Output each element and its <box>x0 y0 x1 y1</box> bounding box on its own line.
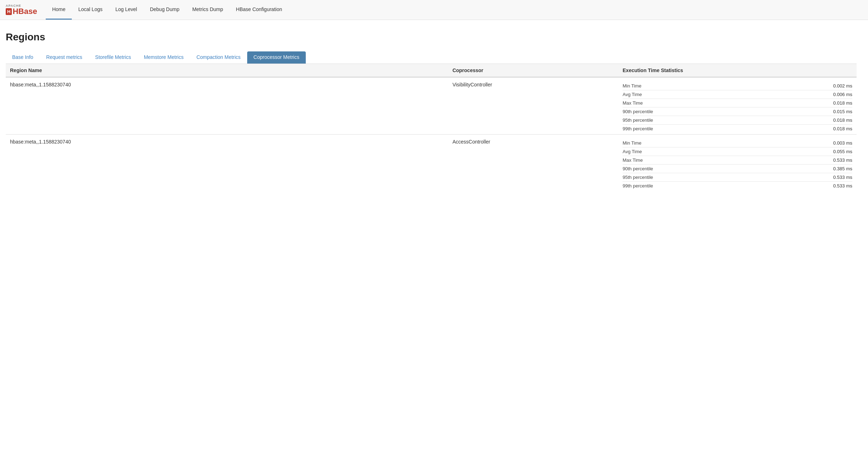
logo-hbase-text: HBase <box>13 7 37 15</box>
stat-row: 95th percentile0.018 ms <box>623 116 852 125</box>
stat-label: Max Time <box>623 100 827 106</box>
stat-value: 0.385 ms <box>827 166 852 171</box>
stats-cell: Min Time0.003 msAvg Time0.055 msMax Time… <box>618 135 857 192</box>
page-content: Regions Base InfoRequest metricsStorefil… <box>0 20 868 203</box>
tab-request-metrics[interactable]: Request metrics <box>40 51 89 64</box>
stats-cell: Min Time0.002 msAvg Time0.006 msMax Time… <box>618 77 857 135</box>
col-header-execution-time: Execution Time Statistics <box>618 64 857 77</box>
stat-label: Avg Time <box>623 92 827 97</box>
stat-value: 0.018 ms <box>827 100 852 106</box>
navbar: APACHE H HBase HomeLocal LogsLog LevelDe… <box>0 0 868 20</box>
tab-memstore-metrics[interactable]: Memstore Metrics <box>138 51 190 64</box>
stat-label: 95th percentile <box>623 175 827 180</box>
stat-row: Max Time0.533 ms <box>623 156 852 165</box>
table-row: hbase:meta,,1.1588230740VisibilityContro… <box>6 77 857 135</box>
stat-label: 99th percentile <box>623 126 827 131</box>
stat-label: Min Time <box>623 140 827 146</box>
stat-row: Max Time0.018 ms <box>623 99 852 107</box>
regions-table: Region Name Coprocessor Execution Time S… <box>6 64 857 191</box>
stat-row: Min Time0.002 ms <box>623 82 852 90</box>
stat-row: Avg Time0.006 ms <box>623 90 852 99</box>
col-header-coprocessor: Coprocessor <box>448 64 618 77</box>
stat-label: 99th percentile <box>623 183 827 189</box>
stat-label: 90th percentile <box>623 166 827 171</box>
stat-row: Min Time0.003 ms <box>623 139 852 147</box>
stat-value: 0.018 ms <box>827 126 852 131</box>
stat-value: 0.533 ms <box>827 183 852 189</box>
stat-label: 90th percentile <box>623 109 827 114</box>
stat-value: 0.533 ms <box>827 175 852 180</box>
stat-row: Avg Time0.055 ms <box>623 147 852 156</box>
coprocessor-cell: VisibilityController <box>448 77 618 135</box>
tab-storefile-metrics[interactable]: Storefile Metrics <box>89 51 137 64</box>
tab-compaction-metrics[interactable]: Compaction Metrics <box>190 51 247 64</box>
stat-value: 0.002 ms <box>827 83 852 89</box>
stat-row: 90th percentile0.385 ms <box>623 165 852 173</box>
logo-icon: H <box>6 8 12 15</box>
stat-label: Max Time <box>623 157 827 163</box>
nav-links: HomeLocal LogsLog LevelDebug DumpMetrics… <box>46 0 289 20</box>
stat-label: Min Time <box>623 83 827 89</box>
coprocessor-cell: AccessController <box>448 135 618 192</box>
stat-row: 95th percentile0.533 ms <box>623 173 852 182</box>
page-title: Regions <box>6 31 857 43</box>
stat-value: 0.015 ms <box>827 109 852 114</box>
nav-link-local-logs[interactable]: Local Logs <box>72 0 109 20</box>
tab-base-info[interactable]: Base Info <box>6 51 40 64</box>
tab-coprocessor-metrics[interactable]: Coprocessor Metrics <box>247 51 306 64</box>
nav-link-home[interactable]: Home <box>46 0 72 20</box>
stat-row: 99th percentile0.018 ms <box>623 125 852 133</box>
logo: APACHE H HBase <box>6 4 37 15</box>
region-name-cell: hbase:meta,,1.1588230740 <box>6 77 448 135</box>
tab-bar: Base InfoRequest metricsStorefile Metric… <box>6 51 857 64</box>
nav-link-metrics-dump[interactable]: Metrics Dump <box>186 0 229 20</box>
stat-value: 0.055 ms <box>827 149 852 154</box>
stat-value: 0.018 ms <box>827 117 852 123</box>
stat-value: 0.533 ms <box>827 157 852 163</box>
stat-label: Avg Time <box>623 149 827 154</box>
nav-link-hbase-configuration[interactable]: HBase Configuration <box>230 0 289 20</box>
stat-row: 99th percentile0.533 ms <box>623 182 852 190</box>
stat-value: 0.003 ms <box>827 140 852 146</box>
stat-value: 0.006 ms <box>827 92 852 97</box>
col-header-region-name: Region Name <box>6 64 448 77</box>
nav-link-debug-dump[interactable]: Debug Dump <box>144 0 186 20</box>
stat-label: 95th percentile <box>623 117 827 123</box>
region-name-cell: hbase:meta,,1.1588230740 <box>6 135 448 192</box>
table-row: hbase:meta,,1.1588230740AccessController… <box>6 135 857 192</box>
nav-link-log-level[interactable]: Log Level <box>109 0 144 20</box>
stat-row: 90th percentile0.015 ms <box>623 107 852 116</box>
